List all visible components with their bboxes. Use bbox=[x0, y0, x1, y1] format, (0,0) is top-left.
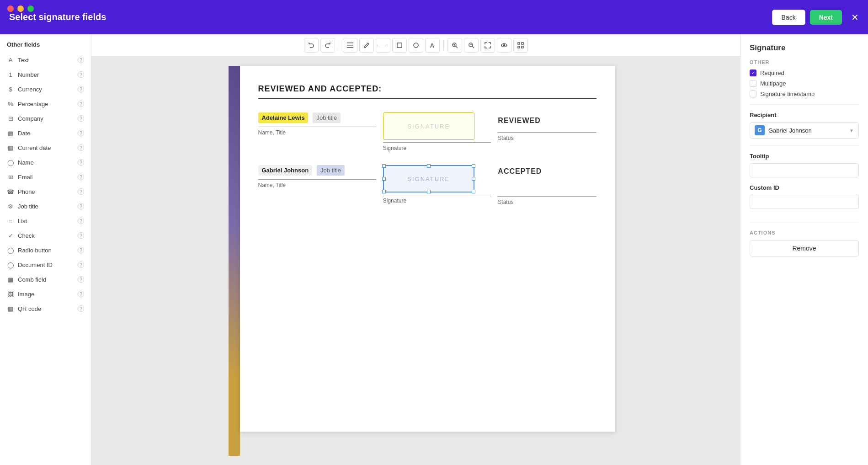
sidebar-item-comb-field[interactable]: ▦ Comb field ? bbox=[0, 272, 91, 287]
currency-info-icon[interactable]: ? bbox=[78, 86, 84, 92]
sig-timestamp-checkbox[interactable] bbox=[750, 91, 756, 97]
sidebar-label-image: Image bbox=[18, 291, 74, 298]
resize-handle-bl[interactable] bbox=[382, 190, 386, 193]
image-info-icon[interactable]: ? bbox=[78, 291, 84, 297]
sidebar-item-text[interactable]: A Text ? bbox=[0, 53, 91, 67]
status-text-2: ACCEPTED bbox=[498, 167, 542, 176]
panel-divider-2 bbox=[750, 145, 859, 146]
sidebar-item-image[interactable]: 🖼 Image ? bbox=[0, 287, 91, 301]
circle-button[interactable] bbox=[409, 38, 423, 53]
required-checkbox[interactable]: ✓ bbox=[750, 69, 756, 76]
custom-id-input[interactable] bbox=[750, 195, 859, 209]
name-info-icon[interactable]: ? bbox=[78, 159, 84, 166]
window-minimize-control[interactable] bbox=[17, 5, 24, 12]
resize-handle-tm[interactable] bbox=[427, 164, 431, 168]
multipage-row: Multipage bbox=[750, 80, 859, 87]
radio-button-icon: ◯ bbox=[7, 246, 14, 254]
sig-label-1: Signature bbox=[383, 145, 491, 151]
titlebar: Select signature fields Back Next ✕ bbox=[0, 0, 868, 34]
pen-button[interactable] bbox=[359, 38, 374, 53]
sidebar-item-list[interactable]: ≡ List ? bbox=[0, 214, 91, 228]
resize-handle-ml[interactable] bbox=[382, 177, 386, 181]
multipage-checkbox[interactable] bbox=[750, 80, 756, 87]
job-title-info-icon[interactable]: ? bbox=[78, 203, 84, 209]
toolbar: — A bbox=[91, 34, 740, 57]
zoom-out-button[interactable] bbox=[464, 38, 479, 53]
radio-info-icon[interactable]: ? bbox=[78, 247, 84, 253]
fit-button[interactable] bbox=[480, 38, 495, 53]
date-info-icon[interactable]: ? bbox=[78, 130, 84, 136]
email-icon: ✉ bbox=[7, 173, 14, 181]
resize-handle-br[interactable] bbox=[472, 190, 475, 193]
sidebar-label-text: Text bbox=[18, 57, 74, 64]
sidebar-item-qr-code[interactable]: ▦ QR code ? bbox=[0, 301, 91, 316]
window-close-control[interactable] bbox=[7, 5, 14, 12]
sidebar-item-name[interactable]: ◯ Name ? bbox=[0, 155, 91, 170]
phone-icon: ☎ bbox=[7, 188, 14, 195]
text-tool-button[interactable]: A bbox=[425, 38, 440, 53]
email-info-icon[interactable]: ? bbox=[78, 174, 84, 180]
required-row: ✓ Required bbox=[750, 69, 859, 76]
sig-timestamp-label: Signature timestamp bbox=[760, 91, 815, 97]
tooltip-input[interactable] bbox=[750, 163, 859, 177]
number-info-icon[interactable]: ? bbox=[78, 71, 84, 78]
sidebar-item-document-id[interactable]: ◯ Document ID ? bbox=[0, 257, 91, 272]
minus-button[interactable]: — bbox=[376, 38, 390, 53]
sidebar-item-currency[interactable]: $ Currency ? bbox=[0, 82, 91, 96]
svg-rect-1 bbox=[347, 45, 353, 46]
company-info-icon[interactable]: ? bbox=[78, 115, 84, 122]
resize-handle-mr[interactable] bbox=[472, 177, 475, 181]
remove-button[interactable]: Remove bbox=[750, 240, 859, 257]
sidebar-item-percentage[interactable]: % Percentage ? bbox=[0, 96, 91, 111]
sidebar-item-phone[interactable]: ☎ Phone ? bbox=[0, 184, 91, 199]
resize-handle-tl[interactable] bbox=[382, 164, 386, 168]
recipient-select[interactable]: G Gabriel Johnson ▼ bbox=[750, 122, 859, 139]
comb-field-info-icon[interactable]: ? bbox=[78, 276, 84, 283]
current-date-info-icon[interactable]: ? bbox=[78, 144, 84, 151]
svg-point-13 bbox=[503, 45, 505, 46]
panel-title: Signature bbox=[750, 43, 859, 53]
view-button[interactable] bbox=[497, 38, 511, 53]
text-info-icon[interactable]: ? bbox=[78, 57, 84, 63]
document-canvas[interactable]: REVIEWED AND ACCEPTED: Adelaine Lewis Jo… bbox=[91, 57, 740, 465]
resize-handle-tr[interactable] bbox=[472, 164, 475, 168]
sidebar-label-percentage: Percentage bbox=[18, 101, 74, 107]
next-button[interactable]: Next bbox=[810, 10, 842, 25]
redo-button[interactable] bbox=[320, 38, 335, 53]
phone-info-icon[interactable]: ? bbox=[78, 188, 84, 195]
svg-line-6 bbox=[456, 46, 458, 48]
name-icon: ◯ bbox=[7, 159, 14, 166]
check-info-icon[interactable]: ? bbox=[78, 232, 84, 239]
sidebar-item-date[interactable]: ▦ Date ? bbox=[0, 126, 91, 140]
qr-code-info-icon[interactable]: ? bbox=[78, 305, 84, 312]
sidebar-item-check[interactable]: ✓ Check ? bbox=[0, 228, 91, 243]
sidebar-label-comb-field: Comb field bbox=[18, 276, 74, 283]
zoom-in-button[interactable] bbox=[447, 38, 462, 53]
list-info-icon[interactable]: ? bbox=[78, 218, 84, 224]
signature-box-1[interactable]: SIGNATURE bbox=[383, 112, 474, 140]
sidebar-label-radio-button: Radio button bbox=[18, 247, 74, 254]
sidebar-item-email[interactable]: ✉ Email ? bbox=[0, 170, 91, 184]
sidebar-item-company[interactable]: ⊟ Company ? bbox=[0, 111, 91, 126]
sidebar-heading: Other fields bbox=[0, 41, 91, 53]
undo-button[interactable] bbox=[304, 38, 319, 53]
signature-box-2-selected[interactable]: SIGNATURE bbox=[383, 165, 474, 192]
sidebar-item-number[interactable]: 1 Number ? bbox=[0, 67, 91, 82]
status-cell-2: ACCEPTED Status bbox=[498, 165, 596, 205]
document-id-info-icon[interactable]: ? bbox=[78, 262, 84, 268]
back-button[interactable]: Back bbox=[772, 10, 805, 25]
sidebar-item-job-title[interactable]: ⚙ Job title ? bbox=[0, 199, 91, 214]
percentage-info-icon[interactable]: ? bbox=[78, 101, 84, 107]
svg-rect-16 bbox=[518, 46, 520, 48]
close-button[interactable]: ✕ bbox=[851, 12, 859, 23]
resize-handle-bm[interactable] bbox=[427, 190, 431, 193]
recipient-name: Gabriel Johnson bbox=[768, 127, 846, 134]
status-line-1 bbox=[498, 132, 596, 133]
window-maximize-control[interactable] bbox=[27, 5, 34, 12]
grid-button[interactable] bbox=[513, 38, 528, 53]
actions-label: ACTIONS bbox=[750, 230, 859, 235]
sidebar-item-current-date[interactable]: ▦ Current date ? bbox=[0, 140, 91, 155]
square-button[interactable] bbox=[392, 38, 407, 53]
menu-button[interactable] bbox=[343, 38, 357, 53]
sidebar-item-radio-button[interactable]: ◯ Radio button ? bbox=[0, 243, 91, 257]
